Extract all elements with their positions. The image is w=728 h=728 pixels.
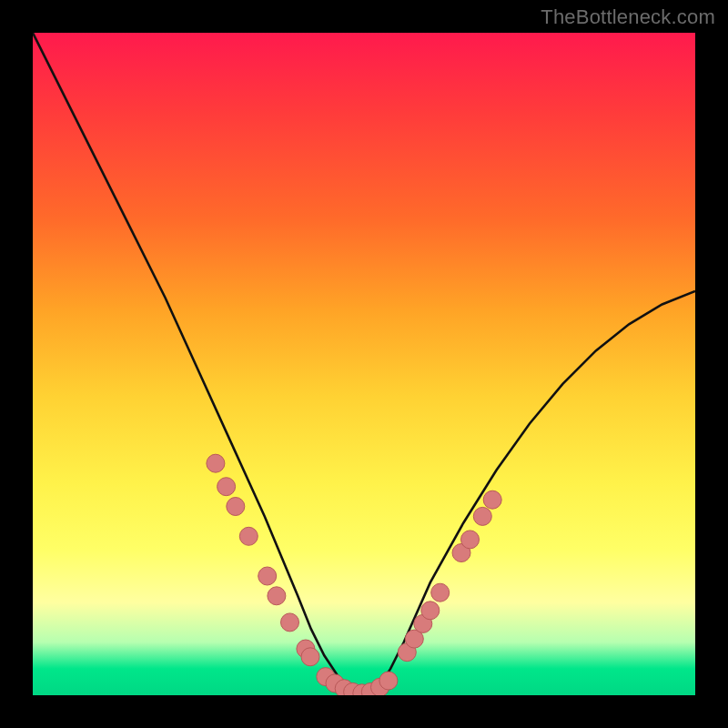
bottleneck-curve — [33, 33, 695, 695]
curve-markers — [207, 454, 501, 695]
watermark-text: TheBottleneck.com — [541, 5, 715, 29]
curve-marker — [227, 498, 245, 516]
curve-marker — [301, 648, 319, 666]
curve-marker — [483, 490, 501, 509]
chart-frame: TheBottleneck.com — [0, 0, 728, 728]
curve-marker — [207, 454, 225, 472]
curve-marker — [421, 602, 440, 620]
curve-marker — [268, 587, 286, 605]
curve-marker — [461, 531, 480, 549]
curve-marker — [239, 527, 258, 545]
plot-area — [33, 33, 695, 695]
curve-marker — [281, 613, 299, 632]
curve-marker — [473, 507, 491, 525]
curve-marker — [431, 583, 450, 602]
curve-marker — [258, 567, 277, 585]
curve-marker — [379, 672, 398, 690]
curve-line — [33, 33, 695, 695]
curve-marker — [217, 478, 236, 496]
